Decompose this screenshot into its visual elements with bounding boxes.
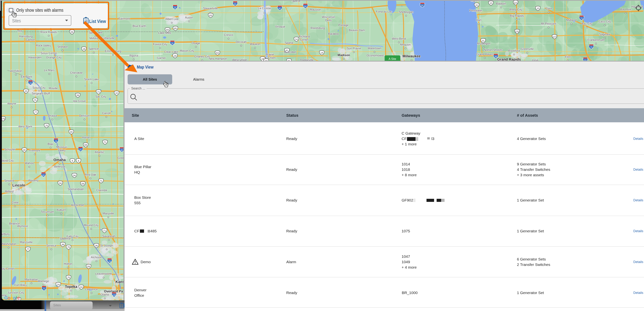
- svg-text:80: 80: [42, 174, 45, 177]
- svg-text:Rock Rapids: Rock Rapids: [40, 30, 57, 33]
- svg-text:Viroqua: Viroqua: [275, 25, 285, 28]
- svg-text:34: 34: [73, 174, 76, 177]
- svg-text:30: 30: [23, 149, 26, 151]
- svg-text:Sioux City: Sioux City: [32, 86, 46, 89]
- svg-text:61: 61: [286, 49, 288, 52]
- svg-text:Le Mars: Le Mars: [44, 69, 54, 72]
- svg-text:Waukon: Waukon: [250, 42, 260, 46]
- svg-text:Sergeant Bluff: Sergeant Bluff: [32, 92, 50, 95]
- svg-text:Sac City: Sac City: [95, 95, 106, 98]
- svg-text:24: 24: [57, 283, 60, 286]
- svg-text:Richland: Richland: [299, 35, 310, 38]
- svg-text:West Bend: West Bend: [392, 37, 406, 40]
- svg-text:24: 24: [80, 286, 82, 289]
- svg-text:Bad Axe: Bad Axe: [620, 8, 631, 11]
- svg-text:80: 80: [79, 149, 82, 151]
- svg-text:Sparta: Sparta: [292, 1, 300, 2]
- svg-text:Sparta: Sparta: [285, 41, 293, 44]
- svg-text:31: 31: [482, 39, 484, 42]
- svg-text:Mequon: Mequon: [400, 43, 410, 46]
- svg-text:Dells: Dells: [325, 19, 332, 22]
- svg-text:Red Oak: Red Oak: [85, 173, 96, 176]
- svg-text:65: 65: [174, 27, 177, 30]
- svg-text:Carroll: Carroll: [102, 112, 110, 115]
- svg-text:Baldwin: Baldwin: [496, 2, 506, 5]
- svg-text:69: 69: [166, 28, 169, 31]
- svg-text:Lincoln: Lincoln: [12, 183, 25, 187]
- svg-text:Reedsburg: Reedsburg: [311, 26, 325, 29]
- svg-text:59: 59: [82, 182, 84, 185]
- svg-text:59: 59: [71, 31, 73, 33]
- svg-text:75: 75: [34, 99, 36, 102]
- svg-text:Clay Center: Clay Center: [2, 267, 15, 270]
- svg-text:63: 63: [209, 14, 212, 17]
- svg-text:77: 77: [27, 248, 29, 251]
- svg-text:Lake Mills: Lake Mills: [158, 31, 171, 34]
- svg-text:Austin: Austin: [185, 16, 193, 19]
- svg-text:Atlantic: Atlantic: [95, 151, 104, 154]
- svg-text:Fremont: Fremont: [30, 149, 40, 152]
- svg-text:Cass City: Cass City: [598, 20, 611, 23]
- svg-text:Bay City: Bay City: [582, 22, 592, 25]
- svg-text:Grand Haven: Grand Haven: [476, 53, 493, 56]
- svg-text:Hawarden: Hawarden: [28, 56, 42, 59]
- svg-text:West Point: West Point: [18, 125, 32, 128]
- svg-text:127: 127: [552, 35, 556, 38]
- svg-text:Sheboygan: Sheboygan: [399, 10, 414, 13]
- svg-text:80: 80: [120, 149, 123, 152]
- svg-text:Sioux Center: Sioux Center: [40, 52, 58, 55]
- svg-text:Mound City: Mound City: [84, 224, 98, 227]
- svg-text:Elk Point: Elk Point: [21, 75, 32, 78]
- svg-text:35: 35: [171, 42, 174, 45]
- svg-text:o: o: [10, 295, 13, 300]
- svg-text:Omaha: Omaha: [54, 158, 66, 162]
- svg-text:Wisconsin: Wisconsin: [322, 15, 335, 18]
- svg-text:71: 71: [100, 180, 102, 182]
- svg-text:Tecumseh: Tecumseh: [41, 210, 54, 213]
- svg-text:Auburn: Auburn: [56, 208, 66, 211]
- svg-text:Big Rapids: Big Rapids: [510, 14, 524, 17]
- svg-text:Marysville: Marysville: [20, 241, 32, 244]
- svg-text:Wahoo: Wahoo: [25, 162, 34, 165]
- svg-text:Wamego: Wamego: [38, 280, 49, 283]
- svg-text:77: 77: [34, 111, 37, 114]
- svg-text:Forest City: Forest City: [153, 43, 167, 46]
- svg-text:96: 96: [494, 55, 497, 58]
- svg-text:Frankenmuth: Frankenmuth: [588, 38, 604, 41]
- svg-text:Rock Valley: Rock Valley: [36, 44, 51, 47]
- svg-text:Sun Prairie: Sun Prairie: [347, 47, 361, 50]
- svg-text:Watertown: Watertown: [368, 47, 382, 50]
- svg-text:Leavenworth: Leavenworth: [95, 272, 112, 275]
- svg-text:Mauston: Mauston: [310, 8, 321, 11]
- svg-text:Madison: Madison: [338, 53, 350, 57]
- svg-text:Midland: Midland: [566, 18, 576, 22]
- svg-text:Baraboo: Baraboo: [328, 32, 339, 35]
- svg-text:14: 14: [320, 51, 323, 54]
- svg-text:35: 35: [174, 7, 176, 9]
- svg-text:Denison: Denison: [79, 114, 90, 117]
- svg-text:Decorah: Decorah: [236, 40, 246, 43]
- svg-text:Seward: Seward: [4, 179, 14, 182]
- svg-text:e: e: [17, 295, 20, 300]
- svg-text:Holton: Holton: [64, 262, 72, 265]
- svg-text:Wayne: Wayne: [7, 102, 16, 105]
- svg-text:Mason City: Mason City: [180, 49, 194, 52]
- svg-text:34: 34: [59, 182, 62, 185]
- svg-text:75: 75: [45, 124, 48, 127]
- svg-text:Sabetha: Sabetha: [60, 237, 70, 240]
- svg-text:Manhattan: Manhattan: [24, 278, 38, 281]
- svg-text:75: 75: [590, 46, 592, 49]
- svg-text:Beaver Dam: Beaver Dam: [349, 29, 365, 32]
- svg-text:131: 131: [514, 1, 518, 4]
- svg-text:10: 10: [490, 2, 492, 4]
- svg-text:Lawrence: Lawrence: [85, 288, 98, 291]
- svg-text:30: 30: [70, 131, 72, 133]
- svg-text:Blair: Blair: [48, 143, 54, 146]
- svg-text:29: 29: [108, 260, 111, 263]
- svg-text:Milford: Milford: [5, 190, 14, 193]
- svg-text:Missouri: Missouri: [56, 146, 67, 149]
- svg-text:36: 36: [62, 243, 64, 246]
- svg-text:29: 29: [29, 82, 32, 85]
- svg-text:Crete: Crete: [11, 201, 18, 204]
- svg-text:20: 20: [115, 92, 118, 94]
